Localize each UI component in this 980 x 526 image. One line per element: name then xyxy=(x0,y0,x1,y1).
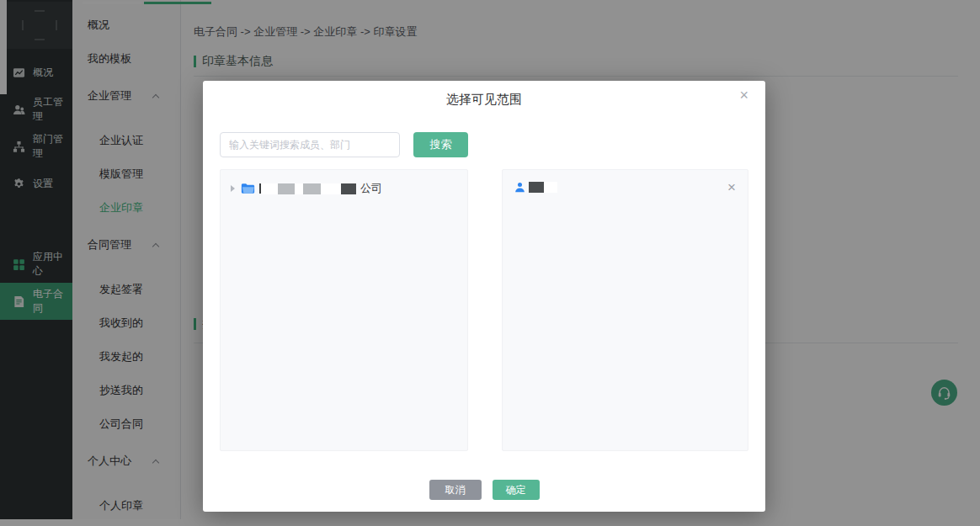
redaction-block xyxy=(544,182,557,193)
tree-node-company[interactable]: 公司 xyxy=(221,170,467,207)
search-button[interactable]: 搜索 xyxy=(413,132,468,157)
company-name-suffix: 公司 xyxy=(360,181,382,196)
company-name-redacted xyxy=(259,183,356,194)
search-input[interactable] xyxy=(220,132,400,157)
dialog-title: 选择可见范围 xyxy=(203,92,765,108)
cancel-button[interactable]: 取消 xyxy=(429,480,482,500)
redaction-block xyxy=(529,182,544,193)
dialog-footer: 取消 确定 xyxy=(203,480,765,500)
redaction-block xyxy=(278,183,295,194)
org-tree-panel: 公司 xyxy=(220,169,468,451)
redaction-block xyxy=(321,183,341,194)
selected-members-panel: × xyxy=(502,169,748,451)
expand-caret-icon[interactable] xyxy=(231,185,235,192)
selected-member-row: × xyxy=(503,170,748,205)
redaction-block xyxy=(303,183,321,194)
remove-member-icon[interactable]: × xyxy=(727,180,736,194)
redaction-block xyxy=(261,183,278,194)
folder-icon xyxy=(241,183,255,194)
app-window: 概况 员工管理 部门管理 设置 xyxy=(0,0,980,526)
member-name-redacted xyxy=(529,182,557,193)
redaction-block xyxy=(295,183,303,194)
redaction-block xyxy=(341,183,356,194)
person-icon xyxy=(514,182,525,193)
confirm-button[interactable]: 确定 xyxy=(493,480,540,500)
dialog-close-icon[interactable]: × xyxy=(739,88,748,103)
visibility-scope-dialog: 选择可见范围 × 搜索 公司 xyxy=(203,81,765,512)
